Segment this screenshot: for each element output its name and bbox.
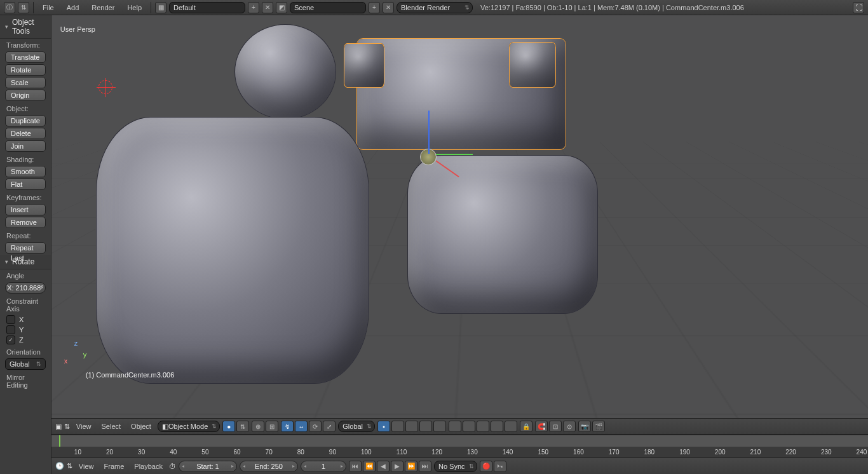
- sync-mode-dropdown[interactable]: No Sync: [434, 461, 477, 472]
- flat-button[interactable]: Flat: [5, 179, 46, 190]
- menu-file[interactable]: File: [37, 4, 59, 11]
- screen-layout-field[interactable]: [169, 2, 245, 13]
- tick-label: 10: [74, 449, 81, 456]
- editor-type-dropdown-icon[interactable]: ⇅: [18, 2, 29, 13]
- mesh-object-large[interactable]: [96, 117, 369, 384]
- tick-label: 70: [266, 449, 273, 456]
- manipulator-rotate-icon[interactable]: ⟳: [309, 421, 322, 432]
- 3d-viewport[interactable]: User Persp ✦ zyx (1) CommandCenter.m3.00…: [51, 15, 868, 418]
- repeat-section-label: Repeat:: [0, 229, 51, 241]
- timeline-menu-view[interactable]: View: [75, 463, 98, 470]
- menu-render[interactable]: Render: [86, 4, 119, 11]
- keying-set-icon[interactable]: 🗝: [494, 461, 506, 472]
- scene-delete-icon[interactable]: ✕: [383, 2, 394, 13]
- opengl-render-icon[interactable]: 📷: [578, 421, 591, 432]
- fullscreen-toggle-icon[interactable]: ⛶: [853, 2, 864, 13]
- layer-6[interactable]: [449, 421, 461, 432]
- lock-camera-icon[interactable]: 🔒: [520, 421, 532, 432]
- layer-2[interactable]: [391, 421, 404, 432]
- layer-5[interactable]: [433, 421, 446, 432]
- insert-keyframe-button[interactable]: Insert: [5, 204, 46, 215]
- timeline-editor-icon[interactable]: 🕒: [55, 462, 64, 470]
- next-keyframe-icon[interactable]: ⏩: [405, 461, 417, 472]
- mode-dropdown[interactable]: ◧ Object Mode: [158, 421, 220, 432]
- view3d-menu-select[interactable]: Select: [98, 423, 125, 430]
- constraint-x-checkbox[interactable]: X: [6, 315, 44, 324]
- snap-target-icon[interactable]: ⊙: [563, 421, 576, 432]
- play-reverse-icon[interactable]: ◀: [377, 461, 390, 472]
- layer-10[interactable]: [505, 421, 517, 432]
- mesh-selected-part-b[interactable]: [509, 42, 556, 88]
- timeline-menu-playback[interactable]: Playback: [130, 463, 166, 470]
- pivot-menu-icon[interactable]: ⊞: [266, 421, 278, 432]
- play-icon[interactable]: ▶: [391, 461, 403, 472]
- timeline-menu-frame[interactable]: Frame: [100, 463, 128, 470]
- mesh-object-dish[interactable]: [234, 24, 336, 119]
- layout-browse-icon[interactable]: ▦: [155, 2, 166, 13]
- manipulator-scale-icon[interactable]: ⤢: [323, 421, 336, 432]
- join-button[interactable]: Join: [5, 140, 46, 152]
- constraint-y-checkbox[interactable]: Y: [6, 325, 44, 334]
- layout-add-icon[interactable]: +: [248, 2, 259, 13]
- origin-button[interactable]: Origin: [5, 90, 46, 101]
- shading-more-icon[interactable]: ⇅: [236, 421, 249, 432]
- layout-delete-icon[interactable]: ✕: [262, 2, 273, 13]
- opengl-anim-icon[interactable]: 🎬: [592, 421, 605, 432]
- start-frame-field[interactable]: Start: 1: [179, 461, 237, 472]
- scale-button[interactable]: Scale: [5, 77, 46, 88]
- layer-1[interactable]: ▪: [377, 421, 390, 432]
- angle-field[interactable]: X: 210.868°: [5, 282, 46, 294]
- timeline-ruler[interactable]: [51, 435, 868, 447]
- layer-8[interactable]: [477, 421, 489, 432]
- prev-keyframe-icon[interactable]: ⏪: [363, 461, 376, 472]
- view3d-menu-view[interactable]: View: [72, 423, 95, 430]
- layer-9[interactable]: [491, 421, 503, 432]
- current-frame-indicator[interactable]: [59, 435, 60, 447]
- menu-help[interactable]: Help: [122, 4, 147, 11]
- duplicate-button[interactable]: Duplicate: [5, 115, 46, 126]
- auto-keyframe-icon[interactable]: 🔴: [480, 461, 492, 472]
- info-editor-icon[interactable]: ⓘ: [4, 2, 15, 13]
- timeline-expand-icon[interactable]: ⇅: [67, 462, 72, 470]
- scene-browse-icon[interactable]: ◩: [276, 2, 287, 13]
- 3d-editor-type-icon[interactable]: ▣: [55, 423, 62, 431]
- last-operator-header[interactable]: Rotate: [0, 255, 51, 269]
- translate-button[interactable]: Translate: [5, 51, 46, 63]
- current-frame-field[interactable]: 1: [301, 461, 346, 472]
- rotate-button[interactable]: Rotate: [5, 64, 46, 76]
- orientation-dropdown[interactable]: Global: [5, 358, 46, 370]
- layer-3[interactable]: [405, 421, 418, 432]
- jump-start-icon[interactable]: ⏮: [349, 461, 362, 472]
- manipulator-y-axis[interactable]: [436, 154, 473, 155]
- repeat-last-button[interactable]: Repeat Last: [5, 242, 46, 254]
- manipulator-z-axis[interactable]: [428, 111, 430, 154]
- manipulator-toggle-icon[interactable]: ↯: [281, 421, 294, 432]
- remove-keyframe-button[interactable]: Remove: [5, 217, 46, 228]
- 3d-expand-icon[interactable]: ⇅: [64, 423, 70, 431]
- layer-7[interactable]: [463, 421, 475, 432]
- end-frame-field[interactable]: End: 250: [240, 461, 298, 472]
- render-engine-dropdown[interactable]: Blender Render: [397, 2, 473, 13]
- manipulator-translate-icon[interactable]: ↔: [295, 421, 308, 432]
- shading-solid-icon[interactable]: ●: [222, 421, 235, 432]
- snap-element-icon[interactable]: ⊡: [549, 421, 562, 432]
- tool-shelf: Object Tools Transform: Translate Rotate…: [0, 15, 51, 474]
- menu-add[interactable]: Add: [62, 4, 85, 11]
- transform-orientation-dropdown[interactable]: Global: [338, 421, 375, 432]
- scene-add-icon[interactable]: +: [369, 2, 380, 13]
- layer-4[interactable]: [419, 421, 432, 432]
- tick-label: 90: [329, 449, 336, 456]
- pivot-icon[interactable]: ⊕: [252, 421, 264, 432]
- mesh-selected-part-a[interactable]: [344, 43, 384, 88]
- mesh-object-medium[interactable]: [407, 155, 598, 314]
- snap-toggle-icon[interactable]: 🧲: [535, 421, 548, 432]
- delete-button[interactable]: Delete: [5, 128, 46, 139]
- scene-name-field[interactable]: [290, 2, 366, 13]
- smooth-button[interactable]: Smooth: [5, 166, 46, 177]
- view3d-menu-object[interactable]: Object: [127, 423, 155, 430]
- object-tools-header[interactable]: Object Tools: [0, 15, 51, 39]
- constraint-z-checkbox[interactable]: ✓Z: [6, 335, 44, 344]
- use-preview-range-icon[interactable]: ⏱: [169, 463, 176, 470]
- transform-section-label: Transform:: [0, 39, 51, 50]
- jump-end-icon[interactable]: ⏭: [419, 461, 431, 472]
